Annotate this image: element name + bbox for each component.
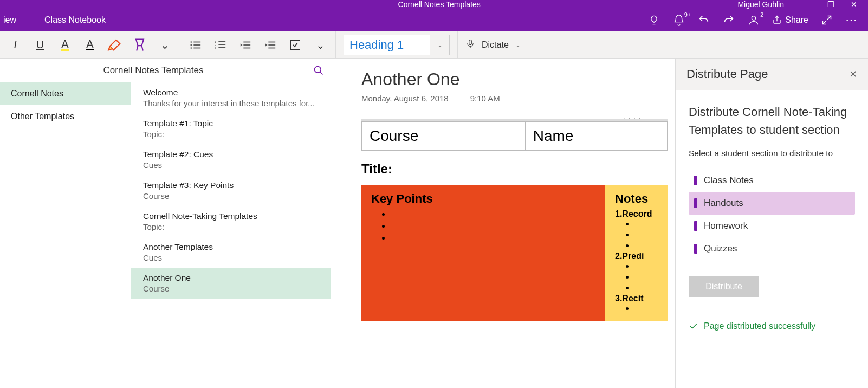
svg-rect-13 <box>243 41 250 42</box>
redo-icon[interactable] <box>722 14 735 27</box>
font-more-chevron[interactable]: ⌄ <box>157 37 172 53</box>
italic-button[interactable]: I <box>8 37 23 53</box>
lightbulb-icon[interactable] <box>647 14 660 27</box>
notebook-title[interactable]: Cornell Notes Templates <box>0 65 307 76</box>
tab-view[interactable]: iew <box>0 11 20 29</box>
undo-icon[interactable] <box>697 14 710 27</box>
svg-rect-19 <box>469 40 472 44</box>
svg-rect-15 <box>243 47 250 48</box>
note-container[interactable]: . . . . Course Name Title: Key Points No… <box>361 119 668 321</box>
mic-icon <box>465 38 475 52</box>
navigation-pane: Cornell Notes Templates Cornell Notes Ot… <box>0 59 331 388</box>
section-tab-icon <box>694 244 697 254</box>
page-item[interactable]: Another Templates Cues <box>131 237 331 268</box>
svg-rect-16 <box>268 41 275 42</box>
page-canvas[interactable]: Another One Monday, August 6, 2018 9:10 … <box>331 59 675 388</box>
section-item[interactable]: Other Templates <box>0 105 131 128</box>
user-name[interactable]: Miguel Guhlin <box>737 0 827 9</box>
tab-class-notebook[interactable]: Class Notebook <box>41 11 109 29</box>
svg-rect-17 <box>268 44 275 46</box>
divider <box>689 309 830 309</box>
notes-table[interactable]: Key Points Notes 1.Record 2.Predi 3.Reci… <box>361 185 668 321</box>
page-item[interactable]: Template #2: Cues Cues <box>131 144 331 175</box>
page-list: Welcome Thanks for your interest in thes… <box>131 82 331 388</box>
keypoints-cell[interactable]: Key Points <box>361 185 605 321</box>
ribbon: I U A A ⌄ 123 ⌄ Heading 1 ⌄ <box>0 31 868 59</box>
name-cell[interactable]: Name <box>525 122 667 151</box>
tab-bar: iew Class Notebook 9+ 2 Share ⋯ <box>0 9 868 31</box>
svg-point-1 <box>190 41 192 43</box>
search-button[interactable] <box>307 65 331 76</box>
todo-tag-button[interactable] <box>288 37 303 53</box>
course-cell[interactable]: Course <box>362 122 526 151</box>
svg-point-20 <box>315 66 321 73</box>
section-list: Cornell Notes Other Templates <box>0 82 131 388</box>
share-button[interactable]: Share <box>772 15 808 25</box>
highlight-button[interactable]: A <box>57 37 73 53</box>
format-painter-button[interactable] <box>107 37 122 53</box>
student-section-list: Class Notes Handouts Homework Quizzes <box>689 169 855 260</box>
student-section-item[interactable]: Quizzes <box>689 237 855 260</box>
underline-button[interactable]: U <box>33 37 48 53</box>
student-section-item[interactable]: Homework <box>689 215 855 237</box>
panel-title: Distribute Cornell Note-Taking Templates… <box>689 103 855 139</box>
page-item[interactable]: Template #3: Key Points Course <box>131 175 331 206</box>
restore-icon[interactable]: ❐ <box>827 0 834 9</box>
more-icon[interactable]: ⋯ <box>845 14 858 27</box>
svg-rect-4 <box>193 44 200 46</box>
notification-badge: 9+ <box>684 11 691 18</box>
dictate-button[interactable]: Dictate ⌄ <box>465 38 521 52</box>
svg-rect-18 <box>268 47 275 48</box>
success-message: Page distributed successfully <box>689 321 855 331</box>
close-panel-icon[interactable]: ✕ <box>849 68 857 80</box>
window-title: Cornell Notes Templates <box>0 0 737 9</box>
fullscreen-icon[interactable] <box>820 14 833 27</box>
number-list-button[interactable]: 123 <box>213 37 228 53</box>
bullet-list-button[interactable] <box>188 37 203 53</box>
title-label[interactable]: Title: <box>361 161 668 177</box>
svg-rect-14 <box>243 44 250 46</box>
section-tab-icon <box>694 176 697 185</box>
distribute-panel: Distribute Page ✕ Distribute Cornell Not… <box>675 59 868 388</box>
page-date: Monday, August 6, 2018 <box>361 94 449 103</box>
section-tab-icon <box>694 221 697 231</box>
svg-rect-2 <box>193 41 200 42</box>
outdent-button[interactable] <box>238 37 253 53</box>
distribute-button[interactable]: Distribute <box>689 276 759 297</box>
clear-format-button[interactable] <box>132 37 147 53</box>
dictate-label: Dictate <box>482 40 509 50</box>
check-icon <box>689 321 698 331</box>
section-item[interactable]: Cornell Notes <box>0 82 131 105</box>
page-item[interactable]: Another One Course <box>131 268 331 299</box>
svg-text:3: 3 <box>215 46 216 49</box>
close-icon[interactable]: ✕ <box>851 0 857 9</box>
panel-instruction: Select a student section to distribute t… <box>689 148 855 158</box>
header-table[interactable]: Course Name <box>361 121 668 151</box>
svg-rect-12 <box>218 47 225 48</box>
dictate-chevron[interactable]: ⌄ <box>515 41 521 49</box>
svg-point-3 <box>190 44 192 46</box>
account-icon[interactable]: 2 <box>747 14 760 27</box>
page-item[interactable]: Welcome Thanks for your interest in thes… <box>131 82 331 113</box>
keypoints-header: Key Points <box>371 192 595 206</box>
indent-button[interactable] <box>263 37 278 53</box>
page-item[interactable]: Cornell Note-Taking Templates Topic: <box>131 206 331 237</box>
svg-rect-10 <box>218 44 225 45</box>
page-time: 9:10 AM <box>470 94 500 103</box>
svg-rect-6 <box>193 47 200 48</box>
student-section-item[interactable]: Class Notes <box>689 169 855 192</box>
paragraph-more-chevron[interactable]: ⌄ <box>313 37 328 53</box>
style-chevron[interactable]: ⌄ <box>430 35 450 55</box>
style-selector[interactable]: Heading 1 <box>344 35 430 55</box>
svg-point-5 <box>190 47 192 49</box>
student-section-item[interactable]: Handouts <box>689 192 855 215</box>
bell-icon[interactable]: 9+ <box>672 14 685 27</box>
page-title[interactable]: Another One <box>361 69 668 89</box>
font-color-button[interactable]: A <box>82 37 98 53</box>
share-label: Share <box>785 15 808 25</box>
drag-handle-icon[interactable]: . . . . <box>624 114 642 120</box>
section-tab-icon <box>694 198 697 208</box>
page-item[interactable]: Template #1: Topic Topic: <box>131 113 331 144</box>
svg-point-0 <box>752 16 756 20</box>
notes-cell[interactable]: Notes 1.Record 2.Predi 3.Recit <box>605 185 668 321</box>
